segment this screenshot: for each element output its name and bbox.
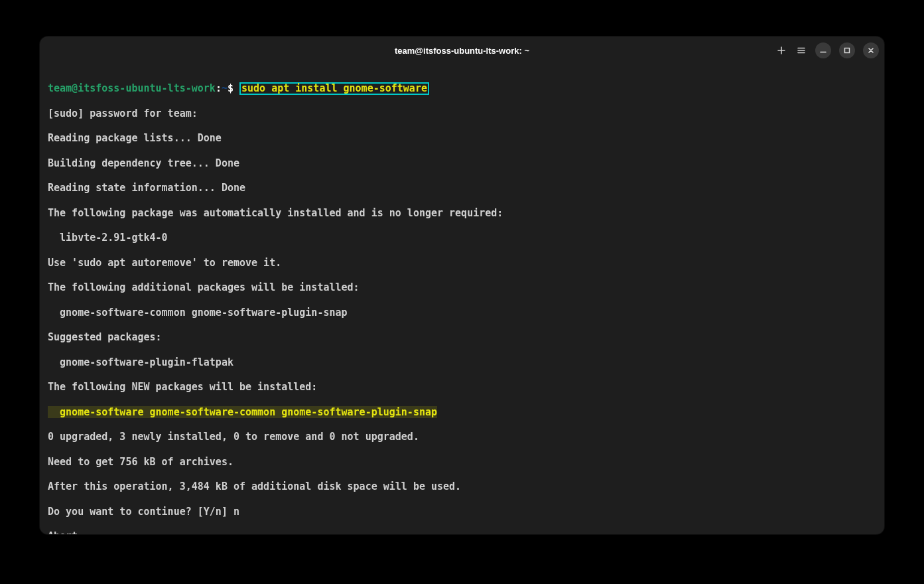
maximize-button[interactable] [839, 42, 855, 58]
output-line: Reading state information... Done [48, 182, 876, 194]
close-button[interactable] [863, 42, 879, 58]
window-title: team@itsfoss-ubuntu-lts-work: ~ [395, 46, 529, 56]
terminal-window: team@itsfoss-ubuntu-lts-work: ~ team@its… [40, 36, 884, 534]
output-line: Use 'sudo apt autoremove' to remove it. [48, 257, 876, 269]
prompt-line: team@itsfoss-ubuntu-lts-work:~$ sudo apt… [48, 82, 876, 95]
output-line: Do you want to continue? [Y/n] n [48, 506, 876, 518]
output-line: 0 upgraded, 3 newly installed, 0 to remo… [48, 431, 876, 443]
output-line: gnome-software-plugin-flatpak [48, 356, 876, 369]
output-line: Abort. [48, 530, 876, 534]
output-line: Building dependency tree... Done [48, 157, 876, 170]
output-line: The following NEW packages will be insta… [48, 381, 876, 394]
titlebar-controls [775, 42, 879, 58]
svg-rect-0 [845, 48, 850, 53]
output-line: Need to get 756 kB of archives. [48, 456, 876, 469]
prompt-sep: : [216, 82, 222, 94]
output-line: libvte-2.91-gtk4-0 [48, 232, 876, 244]
minimize-button[interactable] [815, 42, 831, 58]
prompt-user: team@itsfoss-ubuntu-lts-work [48, 82, 216, 94]
output-line: Suggested packages: [48, 331, 876, 344]
command-highlight: sudo apt install gnome-software [239, 82, 429, 95]
titlebar: team@itsfoss-ubuntu-lts-work: ~ [40, 36, 884, 64]
menu-button[interactable] [795, 44, 807, 56]
terminal-body[interactable]: team@itsfoss-ubuntu-lts-work:~$ sudo apt… [40, 64, 884, 534]
output-line: gnome-software gnome-software-common gno… [48, 406, 876, 419]
output-line: Reading package lists... Done [48, 132, 876, 145]
output-line: The following additional packages will b… [48, 281, 876, 294]
prompt-dollar: $ [228, 82, 233, 94]
new-tab-button[interactable] [775, 44, 787, 56]
prompt-path: ~ [222, 82, 228, 94]
output-line: gnome-software-common gnome-software-plu… [48, 307, 876, 319]
new-packages: gnome-software gnome-software-common gno… [48, 406, 437, 418]
output-line: After this operation, 3,484 kB of additi… [48, 480, 876, 493]
output-line: [sudo] password for team: [48, 108, 876, 120]
output-line: The following package was automatically … [48, 207, 876, 220]
